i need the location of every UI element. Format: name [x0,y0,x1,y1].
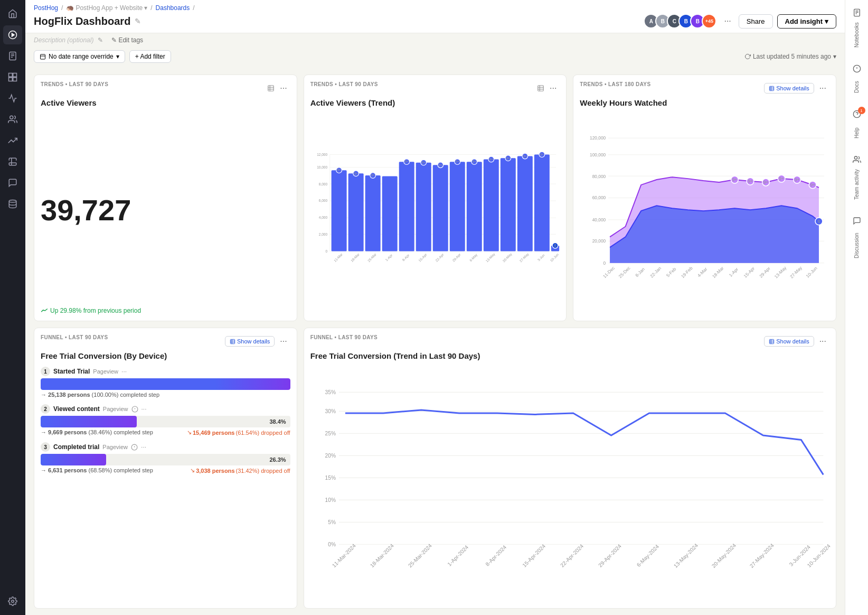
trend-line: Up 29.98% from previous period [41,307,290,314]
svg-rect-47 [500,158,515,251]
avatar-overflow: +45 [702,14,716,29]
svg-text:10,000: 10,000 [317,165,327,169]
step-more[interactable]: ··· [121,368,127,375]
svg-rect-19 [538,86,544,91]
svg-text:9+: 9+ [763,180,769,185]
step-more[interactable]: ··· [141,443,146,451]
funnel-bar-wrap: 38.4% [41,416,290,427]
card-funnel-device: FUNNEL • LAST 90 DAYS Show details ··· F… [34,328,297,609]
svg-rect-46 [483,160,498,251]
step-header: 1 Started Trial Pageview ··· [41,367,290,376]
last-updated-chevron[interactable]: ▾ [833,53,836,60]
card-more-button[interactable]: ··· [816,334,829,348]
step-tag: Pageview [102,444,128,450]
card-meta: FUNNEL • LAST 90 DAYS [41,334,108,340]
right-sidebar: Notebooks Docs 1 Help Team activity Disc… [845,0,868,615]
sidebar-settings[interactable] [3,592,22,611]
svg-text:9+: 9+ [540,153,544,156]
svg-point-12 [12,600,14,603]
add-insight-button[interactable]: Add insight ▾ [777,14,837,29]
svg-text:3-Jun: 3-Jun [536,253,545,262]
svg-text:19-Feb: 19-Feb [680,265,694,279]
funnel-bar-fill [41,454,106,465]
sidebar-home[interactable] [3,4,22,23]
discussion-label: Discussion [854,229,860,258]
svg-text:60,000: 60,000 [592,195,606,201]
table-icon[interactable] [267,85,275,92]
breadcrumb-dashboards[interactable]: Dashboards [156,4,190,12]
sidebar-experiments[interactable] [3,152,22,171]
edit-tags[interactable]: ✎ Edit tags [111,36,143,44]
funnel-step-3: 3 Completed trial Pageview ··· 26.3% → 6… [41,442,290,474]
sidebar-analytics[interactable] [3,89,22,108]
svg-text:0: 0 [603,260,606,266]
filter-left: No date range override ▾ + Add filter [34,50,171,63]
card-header: FUNNEL • LAST 90 DAYS Show details ··· [41,334,290,348]
sidebar-dashboards[interactable] [3,68,22,87]
card-title: Active Viewers (Trend) [310,98,560,107]
share-button[interactable]: Share [739,14,773,29]
svg-text:25-Dec: 25-Dec [618,265,631,279]
add-insight-chevron[interactable]: ▾ [825,17,828,25]
svg-text:13-May: 13-May [485,252,496,263]
svg-text:6: 6 [554,244,556,247]
show-details-button[interactable]: Show details [225,336,275,347]
card-more-button[interactable]: ··· [546,81,560,95]
svg-rect-41 [399,162,414,251]
card-title: Active Viewers [41,98,290,107]
card-header: TRENDS • LAST 90 DAYS ··· [41,81,290,95]
notebooks-icon-wrap: Notebooks [847,4,866,48]
help-icon-wrap: 1 Help [847,106,866,138]
card-more-button[interactable]: ··· [277,81,290,95]
svg-text:25%: 25% [325,431,335,436]
step-tag: Pageview [103,406,128,412]
card-meta: FUNNEL • LAST 90 DAYS [310,334,378,340]
svg-text:40,000: 40,000 [592,217,606,222]
sidebar-data-management[interactable] [3,194,22,213]
step-name: Viewed content [53,405,100,413]
svg-text:29-Apr-2024: 29-Apr-2024 [597,543,622,569]
svg-rect-90 [770,86,774,90]
discussion-sidebar-item[interactable] [847,212,866,229]
svg-rect-7 [13,73,17,77]
sidebar-persons[interactable] [3,110,22,129]
breadcrumb-posthog[interactable]: PostHog [34,4,58,12]
svg-text:6: 6 [818,219,820,224]
card-header: TRENDS • LAST 180 DAYS Show details ··· [580,81,829,95]
title-edit-icon[interactable]: ✎ [135,17,141,25]
show-details-button[interactable]: Show details [764,336,814,347]
funnel-stats: → 25,138 persons (100.00%) completed ste… [41,392,290,398]
svg-text:9+: 9+ [421,161,426,164]
table-icon[interactable] [537,85,544,92]
funnel-stats: → 6,631 persons (68.58%) completed step … [41,467,290,474]
svg-text:22-Apr-2024: 22-Apr-2024 [559,543,584,569]
breadcrumb-app[interactable]: 🦔 PostHog App + Website ▾ [66,4,147,12]
team-activity-sidebar-item[interactable] [847,151,866,168]
funnel-bar-wrap [41,378,290,390]
show-details-button[interactable]: Show details [764,83,814,94]
svg-rect-44 [449,162,465,251]
card-more-button[interactable]: ··· [816,81,829,95]
completed-stat: → 9,669 persons (38.46%) completed step [41,429,153,436]
svg-text:20,000: 20,000 [592,238,606,244]
sidebar-replay[interactable] [3,25,22,44]
step-more[interactable]: ··· [141,405,147,413]
help-sidebar-item[interactable]: 1 [847,106,866,123]
sidebar-surveys[interactable] [3,173,22,192]
card-more-button[interactable]: ··· [277,334,290,348]
svg-text:80,000: 80,000 [592,174,606,179]
svg-text:20-May: 20-May [502,252,513,263]
sidebar-notebooks[interactable] [3,46,22,66]
svg-text:9+: 9+ [795,177,800,182]
svg-text:27-May-2024: 27-May-2024 [748,543,775,569]
notebooks-sidebar-item[interactable] [847,4,866,21]
svg-text:27-May: 27-May [518,252,530,263]
docs-sidebar-item[interactable] [847,60,866,77]
date-range-filter[interactable]: No date range override ▾ [34,50,125,63]
add-filter-button[interactable]: + Add filter [129,50,171,63]
description-edit-icon[interactable]: ✎ [98,36,103,44]
sidebar-feature-flags[interactable] [3,131,22,150]
svg-text:9+: 9+ [371,173,375,177]
more-options-button[interactable]: ··· [721,14,734,28]
header-actions: A B C B B +45 ··· Share Add insight ▾ [647,14,836,29]
